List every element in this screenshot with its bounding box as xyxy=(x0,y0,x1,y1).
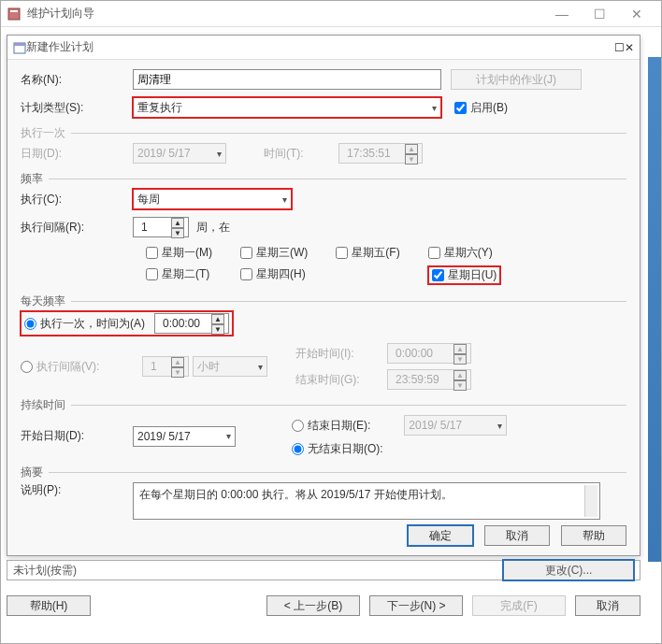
chevron-down-icon: ▾ xyxy=(497,421,502,431)
inner-maximize-icon[interactable]: ☐ xyxy=(614,41,625,54)
svg-rect-0 xyxy=(8,8,20,20)
start-time-label: 开始时间(I): xyxy=(295,346,380,362)
exec-combo[interactable]: 每周 ▾ xyxy=(133,189,292,209)
day-sun[interactable]: 星期日(U) xyxy=(428,266,501,284)
inner-close-icon[interactable]: ✕ xyxy=(625,41,634,54)
enable-checkbox-input[interactable] xyxy=(454,102,467,114)
svg-rect-3 xyxy=(14,43,25,46)
chevron-down-icon: ▾ xyxy=(226,431,231,441)
side-decoration xyxy=(648,57,661,562)
weekday-grid: 星期一(M) 星期二(T) 星期三(W) 星期四(H) 星期五(F) 星期六(Y… xyxy=(146,245,626,284)
minimize-icon[interactable]: — xyxy=(543,3,581,25)
once-at-time[interactable]: 0:00:00 ▲▼ xyxy=(154,313,229,334)
type-combo[interactable]: 重复执行 ▾ xyxy=(133,97,441,118)
start-time-input: 0:00:00▲▼ xyxy=(387,343,471,364)
close-icon[interactable]: ✕ xyxy=(618,3,655,25)
status-text: 未计划(按需) xyxy=(13,563,77,579)
once-group-label: 执行一次 xyxy=(21,125,65,141)
end-time-input: 23:59:59▲▼ xyxy=(387,369,471,390)
summary-textbox[interactable]: 在每个星期日的 0:00:00 执行。将从 2019/5/17 开始使用计划。 xyxy=(133,482,600,520)
cancel-button[interactable]: 取消 xyxy=(484,525,550,546)
enable-label: 启用(B) xyxy=(470,100,508,116)
day-fri[interactable]: 星期五(F) xyxy=(336,245,399,261)
name-label: 名称(N): xyxy=(21,72,133,88)
dur-group-label: 持续时间 xyxy=(21,397,65,413)
outer-cancel-button[interactable]: 取消 xyxy=(575,595,640,616)
summary-group-label: 摘要 xyxy=(21,465,43,480)
day-mon[interactable]: 星期一(M) xyxy=(146,245,212,261)
start-date-picker[interactable]: 2019/ 5/17▾ xyxy=(133,426,236,447)
interval2-radio[interactable]: 执行间隔(V): xyxy=(21,359,142,375)
no-end-radio[interactable]: 无结束日期(O): xyxy=(292,441,507,457)
enable-checkbox[interactable]: 启用(B) xyxy=(454,100,508,116)
outer-status-bar: 未计划(按需) 更改(C)... xyxy=(7,560,640,580)
outer-window: 维护计划向导 — ☐ ✕ 新建作业计划 ☐ ✕ 名称(N): 计划中的作业(J) xyxy=(0,0,662,644)
once-at-radio[interactable]: 执行一次，时间为(A) 0:00:00 ▲▼ xyxy=(21,311,233,336)
end-time-label: 结束时间(G): xyxy=(295,372,380,388)
day-tue[interactable]: 星期二(T) xyxy=(146,266,212,282)
prev-button[interactable]: < 上一步(B) xyxy=(266,595,360,616)
interval2-unit-combo: 小时▾ xyxy=(193,356,267,377)
chevron-down-icon: ▾ xyxy=(217,149,222,159)
exec-label: 执行(C): xyxy=(21,192,133,208)
outer-title: 维护计划向导 xyxy=(27,6,94,21)
ok-button[interactable]: 确定 xyxy=(408,525,473,546)
app-icon xyxy=(7,7,22,21)
chevron-down-icon: ▾ xyxy=(432,103,437,113)
svg-rect-1 xyxy=(10,10,18,12)
dayfreq-group-label: 每天频率 xyxy=(21,293,65,309)
next-button[interactable]: 下一步(N) > xyxy=(369,595,463,616)
exec-value: 每周 xyxy=(137,192,160,208)
outer-help-button[interactable]: 帮助(H) xyxy=(7,595,91,616)
once-time-label: 时间(T): xyxy=(264,146,338,162)
interval-label: 执行间隔(R): xyxy=(21,220,133,236)
change-button[interactable]: 更改(C)... xyxy=(503,560,634,580)
once-date-label: 日期(D): xyxy=(21,146,133,162)
name-input[interactable] xyxy=(133,69,441,90)
maximize-icon[interactable]: ☐ xyxy=(581,3,618,25)
interval-after-label: 周，在 xyxy=(196,220,230,236)
interval2-spinner: 1 ▲▼ xyxy=(142,356,189,377)
chevron-down-icon: ▾ xyxy=(258,362,263,372)
help-button[interactable]: 帮助 xyxy=(561,525,626,546)
startd-label: 开始日期(D): xyxy=(21,428,133,444)
chevron-down-icon: ▾ xyxy=(282,194,287,205)
finish-button: 完成(F) xyxy=(472,595,566,616)
day-thu[interactable]: 星期四(H) xyxy=(240,266,308,282)
inner-dialog: 新建作业计划 ☐ ✕ 名称(N): 计划中的作业(J) 计划类型(S): 重复执… xyxy=(7,35,640,556)
desc-label: 说明(P): xyxy=(21,482,133,498)
type-label: 计划类型(S): xyxy=(21,100,133,116)
type-value: 重复执行 xyxy=(137,100,182,116)
freq-group-label: 频率 xyxy=(21,171,43,187)
end-date-picker: 2019/ 5/17▾ xyxy=(404,415,507,436)
inner-titlebar: 新建作业计划 ☐ ✕ xyxy=(7,36,640,60)
once-time-input: 17:35:51 ▲▼ xyxy=(338,143,423,164)
day-sat[interactable]: 星期六(Y) xyxy=(428,245,501,261)
outer-titlebar: 维护计划向导 — ☐ ✕ xyxy=(1,1,661,27)
schedule-icon xyxy=(13,41,26,54)
plan-jobs-button: 计划中的作业(J) xyxy=(451,69,582,90)
inner-title: 新建作业计划 xyxy=(26,39,614,55)
interval-spinner[interactable]: 1 ▲▼ xyxy=(133,217,189,237)
scrollbar[interactable] xyxy=(584,485,597,517)
end-date-radio[interactable]: 结束日期(E): xyxy=(292,418,370,434)
once-date-picker: 2019/ 5/17▾ xyxy=(133,143,226,164)
day-wed[interactable]: 星期三(W) xyxy=(240,245,308,261)
